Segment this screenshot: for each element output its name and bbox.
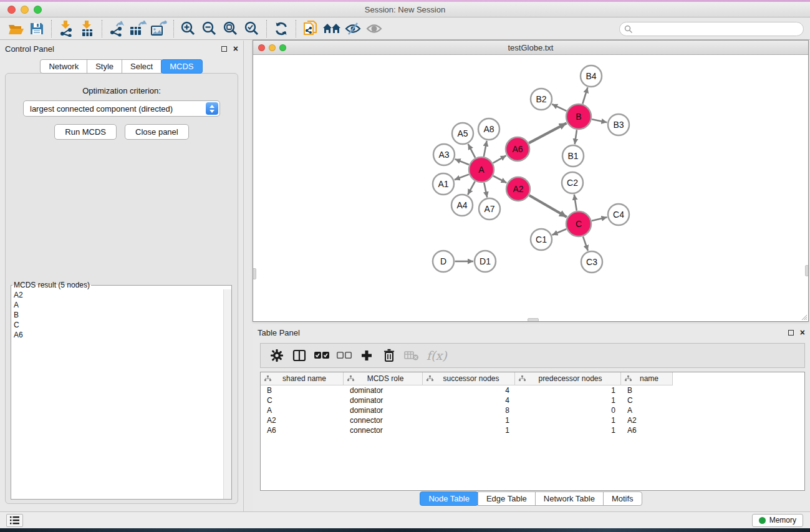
- zoom-out-icon[interactable]: [199, 19, 220, 38]
- add-column-icon[interactable]: [355, 346, 378, 365]
- tab-network[interactable]: Network: [40, 59, 87, 74]
- graph-edge[interactable]: [552, 104, 566, 111]
- graph-edge[interactable]: [552, 229, 567, 235]
- mcds-result-scrollbar[interactable]: [223, 289, 231, 499]
- open-session-icon[interactable]: [5, 19, 26, 38]
- graph-node-B3[interactable]: B3: [608, 114, 629, 135]
- import-table-icon[interactable]: [77, 19, 98, 38]
- graph-edge[interactable]: [468, 144, 475, 158]
- graph-node-B[interactable]: B: [566, 104, 591, 129]
- table-row[interactable]: A2connector11A2: [261, 415, 804, 425]
- graph-node-A4[interactable]: A4: [451, 195, 473, 216]
- zoom-network-window-button[interactable]: [279, 44, 286, 51]
- mcds-result-item[interactable]: A: [11, 300, 223, 310]
- tab-network-table[interactable]: Network Table: [535, 491, 604, 506]
- export-image-icon[interactable]: [148, 19, 170, 38]
- hide-graphics-details-icon[interactable]: [342, 19, 364, 38]
- graph-edge[interactable]: [455, 159, 469, 165]
- close-panel-icon[interactable]: ×: [233, 46, 238, 52]
- table-row[interactable]: Adominator80A: [261, 405, 804, 415]
- table-row[interactable]: Bdominator41B: [261, 385, 804, 395]
- save-session-icon[interactable]: [26, 19, 47, 38]
- graph-edge[interactable]: [583, 236, 588, 251]
- mcds-result-item[interactable]: B: [11, 310, 223, 320]
- column-header-predecessor-nodes[interactable]: predecessor nodes: [515, 372, 621, 385]
- network-from-selection-icon[interactable]: [300, 19, 321, 38]
- graph-node-C2[interactable]: C2: [562, 172, 583, 193]
- graph-edge[interactable]: [529, 123, 567, 143]
- import-network-icon[interactable]: [55, 19, 77, 38]
- delete-column-icon[interactable]: [378, 346, 400, 365]
- graph-node-A7[interactable]: A7: [479, 198, 500, 220]
- graph-node-A[interactable]: A: [469, 157, 494, 182]
- network-graph[interactable]: AA1A2A3A4A5A6A7A8BB1B2B3B4CC1C2C3C4DD1: [253, 56, 808, 321]
- search-input[interactable]: [633, 24, 803, 35]
- float-panel-icon[interactable]: [221, 46, 227, 52]
- column-header-name[interactable]: name: [621, 372, 673, 385]
- mcds-result-item[interactable]: C: [11, 320, 223, 330]
- memory-button[interactable]: Memory: [752, 514, 803, 527]
- canvas-bottom-scrollbar-thumb[interactable]: [528, 318, 539, 321]
- zoom-selected-icon[interactable]: [241, 19, 263, 38]
- table-row[interactable]: Cdominator41C: [261, 395, 804, 405]
- canvas-left-scrollbar-thumb[interactable]: [253, 268, 256, 279]
- close-panel-button[interactable]: Close panel: [125, 124, 189, 140]
- split-columns-icon[interactable]: [288, 346, 311, 365]
- home-overview-icon[interactable]: [321, 19, 342, 38]
- graph-edge[interactable]: [493, 155, 506, 163]
- graph-edge[interactable]: [484, 183, 487, 197]
- graph-node-A1[interactable]: A1: [433, 173, 454, 195]
- zoom-in-icon[interactable]: [178, 19, 199, 38]
- node-table[interactable]: shared nameMCDS rolesuccessor nodesprede…: [260, 372, 805, 491]
- minimize-network-window-button[interactable]: [269, 44, 276, 51]
- graph-edge[interactable]: [574, 195, 577, 211]
- graph-node-B1[interactable]: B1: [562, 145, 584, 167]
- tab-select[interactable]: Select: [122, 59, 162, 74]
- graph-node-A5[interactable]: A5: [452, 123, 473, 144]
- refresh-view-icon[interactable]: [271, 19, 292, 38]
- run-mcds-button[interactable]: Run MCDS: [54, 124, 117, 140]
- graph-node-C1[interactable]: C1: [531, 229, 552, 250]
- graph-node-C3[interactable]: C3: [581, 251, 602, 273]
- graph-edge[interactable]: [468, 181, 475, 195]
- tab-edge-table[interactable]: Edge Table: [478, 491, 536, 506]
- table-row[interactable]: A6connector11A6: [261, 425, 804, 435]
- graph-node-D1[interactable]: D1: [475, 251, 496, 272]
- column-header-shared-name[interactable]: shared name: [261, 372, 344, 385]
- graph-edge[interactable]: [592, 217, 607, 221]
- graph-edge[interactable]: [592, 119, 607, 122]
- graph-edge[interactable]: [575, 130, 577, 144]
- close-network-window-button[interactable]: [258, 44, 265, 51]
- graph-node-D[interactable]: D: [433, 251, 454, 272]
- tab-node-table[interactable]: Node Table: [420, 491, 478, 506]
- float-table-panel-icon[interactable]: [788, 330, 794, 336]
- tab-motifs[interactable]: Motifs: [603, 491, 642, 506]
- graph-edge[interactable]: [493, 176, 506, 183]
- graph-node-B4[interactable]: B4: [581, 65, 602, 87]
- export-table-icon[interactable]: [127, 19, 148, 38]
- deselect-all-checkboxes-icon[interactable]: [333, 346, 355, 365]
- graph-edge[interactable]: [455, 175, 469, 180]
- network-window-titlebar[interactable]: testGlobe.txt: [253, 41, 808, 55]
- export-network-icon[interactable]: [106, 19, 127, 38]
- mcds-result-item[interactable]: A6: [11, 330, 223, 340]
- tab-mcds[interactable]: MCDS: [161, 59, 202, 74]
- graph-node-A2[interactable]: A2: [506, 177, 530, 201]
- tab-style[interactable]: Style: [87, 59, 122, 74]
- graph-edge[interactable]: [484, 141, 487, 157]
- search-field[interactable]: [619, 22, 804, 36]
- graph-edge[interactable]: [582, 87, 587, 104]
- toggle-visibility-icon[interactable]: [364, 19, 385, 38]
- network-canvas[interactable]: AA1A2A3A4A5A6A7A8BB1B2B3B4CC1C2C3C4DD1: [253, 56, 808, 321]
- close-table-panel-icon[interactable]: ×: [800, 329, 805, 336]
- graph-node-A6[interactable]: A6: [506, 137, 529, 161]
- window-resize-grip[interactable]: [800, 313, 808, 321]
- graph-node-C4[interactable]: C4: [608, 204, 629, 225]
- gear-icon[interactable]: [266, 346, 288, 365]
- zoom-fit-icon[interactable]: [220, 19, 241, 38]
- column-header-successor-nodes[interactable]: successor nodes: [423, 372, 515, 385]
- graph-edge[interactable]: [529, 195, 567, 217]
- mcds-result-item[interactable]: A2: [11, 290, 223, 300]
- zoom-window-button[interactable]: [34, 6, 42, 14]
- select-all-checkboxes-icon[interactable]: [311, 346, 333, 365]
